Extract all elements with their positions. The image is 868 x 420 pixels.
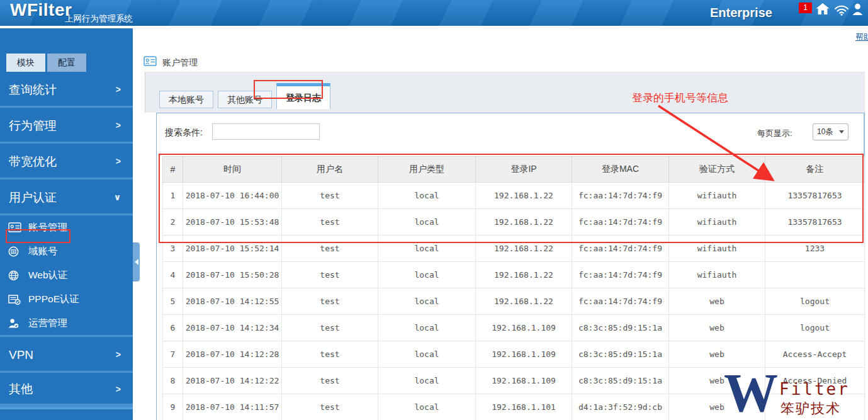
per-page-select[interactable]: 10条 [813, 123, 848, 140]
table-cell: 3 [163, 236, 183, 262]
table-cell: web [669, 315, 765, 341]
help-link[interactable]: 帮助 [855, 31, 868, 43]
table-cell: local [378, 394, 476, 420]
table-cell: web [669, 394, 765, 420]
sidebar-item-label: PPPoE认证 [28, 293, 79, 306]
table-row: 42018-07-10 15:50:28testlocal192.168.1.2… [163, 262, 865, 288]
table-cell: c8:3c:85:d9:15:1a [572, 368, 669, 394]
sidebar-item-label: 运营管理 [28, 317, 67, 330]
sidebar-item-query-stats[interactable]: 查询统计> [0, 72, 133, 108]
table-cell: Access-Accept [765, 341, 865, 368]
sidebar-item-label: Web认证 [28, 269, 68, 282]
pppoe-icon [8, 294, 23, 305]
table-cell: local [378, 341, 476, 368]
sidebar-item-user-authentication[interactable]: 用户认证∨ [0, 179, 133, 215]
caret-down-icon [839, 130, 844, 133]
table-cell: 2 [163, 209, 183, 236]
table-cell: 6 [163, 315, 183, 341]
table-cell: 2018-07-10 14:12:55 [183, 288, 282, 315]
table-cell: test [282, 262, 378, 288]
sidebar-item-vpn[interactable]: VPN> [0, 337, 133, 373]
table-cell: wifiauth [669, 236, 765, 262]
globe-icon [8, 270, 23, 281]
sidebar-item-label: 查询统计 [9, 83, 57, 96]
table-header-cell: 用户名 [282, 157, 378, 183]
table-row: 12018-07-10 16:44:00testlocal192.168.1.2… [163, 183, 865, 209]
sidebar-tab-modules[interactable]: 模块 [6, 54, 45, 72]
sidebar-item-label: 用户认证 [9, 191, 57, 204]
table-cell: fc:aa:14:7d:74:f9 [572, 288, 669, 315]
table-cell: test [282, 183, 378, 209]
table-cell: logout [765, 288, 865, 315]
home-icon[interactable] [816, 3, 830, 18]
app-logo-subtitle: 上网行为管理系统 [65, 13, 133, 25]
sidebar-item-web-auth[interactable]: Web认证 [0, 263, 133, 287]
table-header-row: #时间用户名用户类型登录IP登录MAC验证方式备注 [163, 157, 865, 183]
table-header-cell: 验证方式 [669, 157, 765, 183]
table-cell: local [378, 183, 476, 209]
sidebar-item-bandwidth-optimization[interactable]: 带宽优化> [0, 144, 133, 179]
app-logo: WFilter [10, 0, 72, 20]
chevron-right-icon: > [116, 373, 121, 406]
sidebar-item-label: 账号管理 [28, 221, 67, 234]
table-cell: wifiauth [669, 262, 765, 288]
table-header-cell: 登录MAC [572, 157, 669, 183]
sidebar-item-account-management[interactable]: 账号管理 [0, 215, 133, 239]
login-log-table: #时间用户名用户类型登录IP登录MAC验证方式备注12018-07-10 16:… [162, 156, 865, 420]
table-row: 72018-07-10 14:12:28testlocal192.168.1.1… [163, 341, 865, 368]
sidebar-item-pppoe-auth[interactable]: PPPoE认证 [0, 287, 133, 311]
table-row: 52018-07-10 14:12:55testlocal192.168.1.2… [163, 288, 865, 315]
user-icon[interactable] [852, 3, 863, 18]
table-cell: test [282, 394, 378, 420]
sidebar-collapse-handle[interactable] [133, 242, 140, 281]
per-page-label: 每页显示: [757, 128, 792, 139]
table-header-cell: 登录IP [476, 157, 572, 183]
table-cell: local [378, 288, 476, 315]
sidebar-item-operation-management[interactable]: 运营管理 [0, 311, 133, 335]
tab-login-log[interactable]: 登录日志 [276, 83, 330, 109]
table-cell: d4:1a:3f:52:9d:cb [572, 394, 669, 420]
annotation-text: 登录的手机号等信息 [632, 91, 728, 105]
table-cell: 13357817653 [765, 209, 865, 236]
table-cell: fc:aa:14:7d:74:f9 [572, 236, 669, 262]
sidebar-item-label: 域账号 [28, 245, 58, 258]
sidebar-item-others[interactable]: 其他> [0, 373, 133, 406]
domain-icon [8, 246, 23, 257]
wifi-icon[interactable] [834, 4, 849, 18]
table-cell: fc:aa:14:7d:74:f9 [572, 183, 669, 209]
tab-local-accounts[interactable]: 本地账号 [159, 91, 213, 108]
table-cell: 1233 [765, 236, 865, 262]
sidebar-tabs: 模块配置 [6, 54, 86, 72]
table-cell: web [669, 341, 765, 368]
table-cell: web [669, 288, 765, 315]
table-cell: 5 [163, 288, 183, 315]
table-cell: test [282, 341, 378, 368]
table-cell: test [282, 315, 378, 341]
sidebar-submenu: 账号管理域账号Web认证PPPoE认证运营管理 [0, 215, 133, 337]
top-header: WFilter 上网行为管理系统 Enterprise 1 [0, 0, 868, 26]
table-cell: 1 [163, 183, 183, 209]
table-cell: 192.168.1.22 [476, 209, 572, 236]
table-cell: 2018-07-10 14:11:57 [183, 394, 282, 420]
tab-other-accounts[interactable]: 其他账号 [218, 91, 272, 108]
sidebar-item-behavior-management[interactable]: 行为管理> [0, 108, 133, 144]
sidebar-top-divider [0, 26, 133, 28]
chevron-right-icon: > [116, 72, 121, 108]
table-cell: test [282, 368, 378, 394]
table-cell: 2018-07-10 15:50:28 [183, 262, 282, 288]
table-cell: local [378, 368, 476, 394]
sidebar-item-domain-account[interactable]: 域账号 [0, 239, 133, 263]
table-cell: 2018-07-10 14:12:22 [183, 368, 282, 394]
table-cell: logout [765, 315, 865, 341]
table-cell: 9 [163, 394, 183, 420]
sidebar: 模块配置 查询统计>行为管理>带宽优化>用户认证∨账号管理域账号Web认证PPP… [0, 26, 133, 420]
table-cell: 4 [163, 262, 183, 288]
notification-badge[interactable]: 1 [799, 3, 812, 13]
search-input[interactable] [212, 123, 320, 140]
chevron-left-icon [135, 259, 138, 265]
table-row: 32018-07-10 15:52:14testlocal192.168.1.2… [163, 236, 865, 262]
table-row: 22018-07-10 15:53:48testlocal192.168.1.2… [163, 209, 865, 236]
table-cell: 2018-07-10 16:44:00 [183, 183, 282, 209]
sidebar-tab-config[interactable]: 配置 [47, 54, 86, 72]
table-cell: 7 [163, 341, 183, 368]
